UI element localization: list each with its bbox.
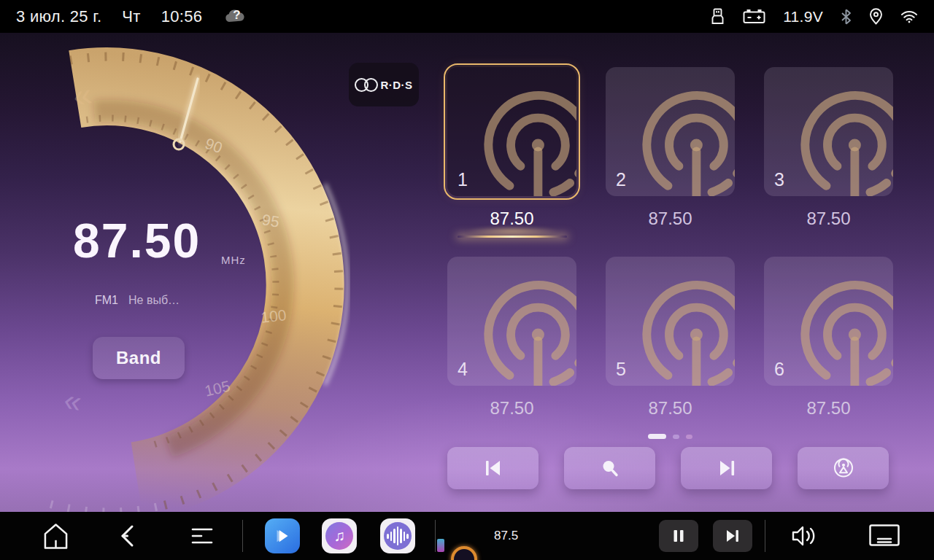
band-button-label: Band <box>116 348 161 368</box>
display-off-button[interactable] <box>868 524 900 548</box>
pause-button[interactable] <box>659 520 698 552</box>
skip-next-button[interactable] <box>681 447 772 489</box>
skip-next-icon <box>725 529 741 543</box>
skip-next-icon <box>717 459 737 478</box>
tuning-dial: 90 95 100 105 « « <box>0 33 379 512</box>
chevron-left-decor-top: « <box>70 74 95 115</box>
music-app-button[interactable]: ♫ <box>322 518 357 553</box>
preset-number: 5 <box>616 359 626 380</box>
preset-number: 6 <box>774 359 784 380</box>
preset-6[interactable]: 6 87.50 <box>764 257 893 419</box>
nav-divider <box>435 520 436 552</box>
nav-divider <box>765 520 765 552</box>
preset-frequency: 87.50 <box>606 398 735 419</box>
status-bar: 3 июл. 25 г. Чт 10:56 ? <box>0 0 934 33</box>
band-button[interactable]: Band <box>93 337 185 379</box>
preset-frequency: 87.50 <box>447 398 576 419</box>
antenna-icon <box>632 83 735 196</box>
now-playing-frequency: 87.5 <box>494 529 518 543</box>
antenna-icon <box>474 83 576 196</box>
dial-needle <box>174 79 198 149</box>
status-date: 3 июл. 25 г. <box>16 7 101 26</box>
back-icon <box>117 523 139 549</box>
preset-number: 2 <box>616 169 626 190</box>
preset-5[interactable]: 5 87.50 <box>606 257 735 419</box>
rds-label: R·D·S <box>380 79 412 91</box>
antenna-icon <box>474 273 576 386</box>
band-name: FM1 <box>95 294 118 307</box>
skip-previous-button[interactable] <box>447 447 539 489</box>
rds-badge: R·D·S <box>349 63 419 106</box>
preset-2[interactable]: 2 87.50 <box>606 67 735 229</box>
pause-icon <box>671 529 686 543</box>
status-weekday: Чт <box>122 7 140 26</box>
battery-voltage: 11.9V <box>783 8 823 26</box>
preset-number: 1 <box>458 169 468 190</box>
volume-icon <box>790 523 820 549</box>
recents-button[interactable] <box>191 525 213 547</box>
preset-number: 3 <box>774 169 784 190</box>
station-name: Не выб… <box>128 294 180 307</box>
preset-3[interactable]: 3 87.50 <box>764 67 893 229</box>
video-app-button[interactable] <box>265 518 300 553</box>
broadcast-icon <box>832 457 855 479</box>
music-note-icon: ♫ <box>325 522 353 550</box>
antenna-icon <box>632 273 735 386</box>
car-battery-icon <box>743 9 765 24</box>
bluetooth-icon <box>841 9 852 25</box>
search-button[interactable] <box>564 447 655 489</box>
antenna-icon <box>790 83 893 196</box>
chevron-left-decor-bottom: « <box>61 382 84 419</box>
weather-unknown-icon: ? <box>223 7 249 27</box>
home-button[interactable] <box>43 521 69 551</box>
back-button[interactable] <box>117 523 139 549</box>
bottom-nav-bar: ♫ 87.5 <box>0 512 934 560</box>
play-icon <box>271 525 293 547</box>
preset-frequency: 87.50 <box>447 209 576 229</box>
home-icon <box>43 521 69 551</box>
recents-icon <box>191 525 213 547</box>
dial-label-90: 90 <box>203 135 225 157</box>
volume-button[interactable] <box>790 523 820 549</box>
dial-label-105: 105 <box>203 377 231 399</box>
search-icon <box>600 459 620 478</box>
current-frequency: 87.50 <box>73 213 201 268</box>
skip-previous-icon <box>483 459 503 478</box>
dial-label-95: 95 <box>261 211 281 230</box>
rds-rings-icon <box>355 78 378 92</box>
preset-number: 4 <box>458 359 468 380</box>
dial-label-100: 100 <box>260 306 287 326</box>
page-dot-2[interactable] <box>673 435 679 439</box>
waveform-icon <box>384 522 412 550</box>
antenna-icon <box>790 273 893 386</box>
page-dot-1[interactable] <box>648 434 666 439</box>
band-status-line: FM1 Не выб… <box>95 294 180 307</box>
nav-divider <box>242 520 243 552</box>
weather-question-label: ? <box>233 8 240 23</box>
page-dot-3[interactable] <box>686 435 692 439</box>
display-icon <box>868 524 900 548</box>
preset-1[interactable]: 1 87.50 <box>447 67 576 229</box>
voice-app-button[interactable] <box>380 518 415 553</box>
radio-app-screen: 3 июл. 25 г. Чт 10:56 ? <box>0 0 934 560</box>
preset-4[interactable]: 4 87.50 <box>447 257 576 419</box>
usb-icon <box>710 8 725 25</box>
radio-main-panel: 90 95 100 105 « « R·D·S 87.50 MHz FM1 Не… <box>0 33 934 512</box>
preset-frequency: 87.50 <box>764 209 893 229</box>
preset-frequency: 87.50 <box>606 209 735 229</box>
frequency-unit: MHz <box>221 254 246 266</box>
wifi-icon <box>900 10 918 23</box>
broadcast-seek-button[interactable] <box>798 447 889 489</box>
location-icon <box>869 8 883 25</box>
status-time: 10:56 <box>161 7 203 26</box>
next-track-button[interactable] <box>713 520 752 552</box>
preset-page-indicator <box>447 434 893 439</box>
preset-frequency: 87.50 <box>764 398 893 419</box>
